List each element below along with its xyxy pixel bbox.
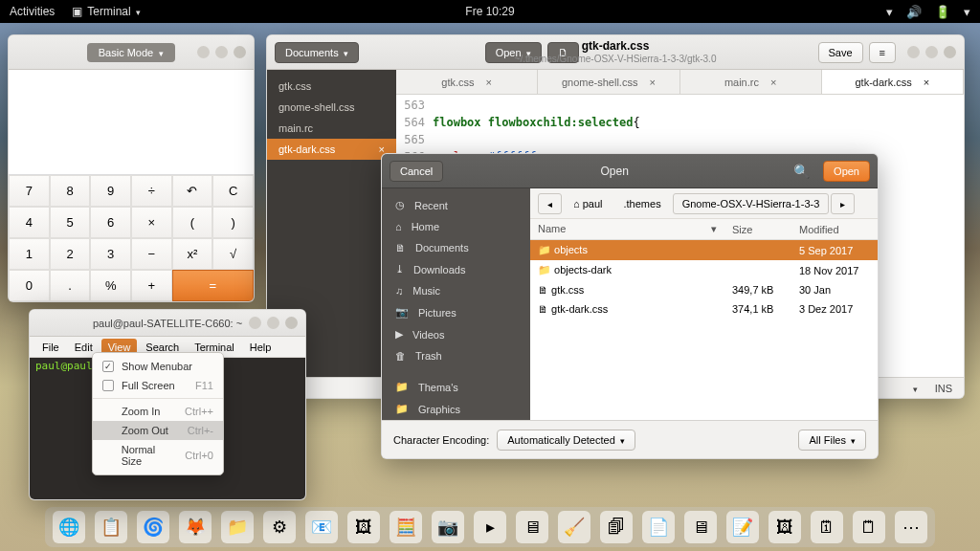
minimize-button[interactable] — [197, 46, 210, 58]
menu-item[interactable]: Zoom InCtrl++ — [93, 402, 223, 421]
col-name[interactable]: Name ▾ — [530, 219, 724, 240]
minimize-button[interactable] — [907, 46, 920, 58]
dock-app[interactable]: ⋯ — [895, 511, 927, 543]
network-icon[interactable]: ▾ — [886, 5, 893, 19]
editor-tab[interactable]: main.rc× — [680, 70, 822, 94]
calc-key[interactable]: 8 — [50, 175, 91, 207]
doclist-item[interactable]: main.rc — [267, 118, 396, 139]
close-icon[interactable]: × — [770, 77, 776, 88]
maximize-button[interactable] — [925, 46, 938, 58]
places-item[interactable]: ◷Recent — [382, 194, 530, 216]
calc-key[interactable]: 9 — [90, 175, 131, 207]
calc-key[interactable]: 1 — [9, 238, 50, 270]
doclist-item[interactable]: gnome-shell.css — [267, 97, 396, 118]
dock-app[interactable]: 📧 — [305, 511, 338, 543]
maximize-button[interactable] — [267, 317, 279, 329]
calc-key[interactable]: 5 — [50, 207, 91, 238]
path-forward[interactable] — [831, 193, 855, 214]
dock-app[interactable]: 🖥 — [516, 511, 548, 543]
dock-app[interactable]: 🦊 — [179, 511, 212, 543]
dock-app[interactable]: 🗒 — [853, 511, 885, 543]
places-item[interactable]: 🗎Documents — [382, 237, 530, 258]
menu-file[interactable]: File — [35, 339, 66, 356]
calc-key[interactable]: 7 — [9, 175, 50, 207]
places-item[interactable]: ⌂Home — [382, 216, 530, 237]
dock-app[interactable]: ⚙ — [263, 511, 296, 543]
path-seg-current[interactable]: Gnome-OSX-V-HSierra-1-3-3 — [673, 193, 830, 214]
cancel-button[interactable]: Cancel — [390, 161, 443, 182]
dock-app[interactable]: 🗐 — [600, 511, 633, 543]
open-confirm-button[interactable]: Open — [823, 161, 870, 182]
file-row[interactable]: 📁 objects5 Sep 2017 — [530, 240, 878, 261]
menu-item[interactable]: Full ScreenF11 — [93, 376, 223, 395]
calc-key[interactable]: . — [50, 270, 91, 301]
editor-tab[interactable]: gnome-shell.css× — [538, 70, 679, 94]
calc-key[interactable]: 4 — [9, 207, 50, 238]
filter-combo[interactable]: All Files — [798, 430, 866, 451]
menu-item[interactable]: ✓Show Menubar — [93, 357, 223, 376]
file-row[interactable]: 🗎 gtk-dark.css374,1 kB3 Dez 2017 — [530, 299, 878, 319]
dock-app[interactable]: 🖼 — [347, 511, 380, 543]
clock[interactable]: Fre 10:29 — [465, 5, 514, 18]
calc-key[interactable]: ÷ — [131, 175, 172, 207]
bookmark-item[interactable]: 📁Graphics — [382, 398, 530, 420]
calc-key[interactable]: ( — [172, 207, 213, 238]
save-button[interactable]: Save — [818, 42, 863, 63]
path-seg[interactable]: .themes — [614, 193, 671, 214]
volume-icon[interactable]: 🔊 — [906, 5, 922, 19]
dock-app[interactable]: 📝 — [726, 511, 759, 543]
close-button[interactable] — [285, 317, 298, 329]
places-item[interactable]: ♫Music — [382, 280, 530, 301]
dock-app[interactable]: 🌀 — [137, 511, 169, 543]
path-back[interactable] — [538, 193, 562, 214]
doclist-item[interactable]: gtk.css — [267, 76, 396, 97]
calc-key[interactable]: 0 — [9, 270, 50, 301]
places-item[interactable]: ⤓Downloads — [382, 258, 530, 280]
dock-app[interactable]: 🧹 — [558, 511, 590, 543]
file-row[interactable]: 🗎 gtk.css349,7 kB30 Jan — [530, 280, 878, 299]
dock-app[interactable]: 📄 — [642, 511, 675, 543]
activities-button[interactable]: Activities — [10, 5, 55, 18]
editor-tab[interactable]: gtk-dark.css× — [822, 70, 964, 94]
documents-button[interactable]: Documents — [275, 42, 359, 63]
doclist-item[interactable]: gtk-dark.css × — [267, 139, 396, 160]
places-item[interactable]: 📷Pictures — [382, 301, 530, 323]
calc-key[interactable]: % — [90, 270, 131, 301]
minimize-button[interactable] — [249, 317, 261, 329]
close-icon[interactable]: × — [486, 77, 492, 88]
maximize-button[interactable] — [215, 46, 228, 58]
search-icon[interactable]: 🔍 — [786, 164, 817, 179]
calc-key[interactable]: C — [212, 175, 254, 207]
dock-app[interactable]: 📋 — [95, 511, 127, 543]
calc-display[interactable] — [9, 70, 254, 175]
encoding-combo[interactable]: Automatically Detected — [497, 430, 635, 451]
calc-key[interactable]: 3 — [90, 238, 131, 270]
dock-app[interactable]: ▸ — [474, 511, 506, 543]
dropdown-icon[interactable] — [913, 383, 918, 394]
hamburger-menu[interactable]: ≡ — [869, 42, 896, 63]
places-item[interactable]: ▶Videos — [382, 323, 530, 345]
calc-key[interactable]: × — [131, 207, 172, 238]
places-item[interactable]: 🗑Trash — [382, 345, 530, 366]
calc-key[interactable]: + — [131, 270, 172, 301]
dock-app[interactable]: 🖼 — [768, 511, 801, 543]
dock-app[interactable]: 🧮 — [390, 511, 422, 543]
calc-key[interactable]: 2 — [50, 238, 91, 270]
calc-key[interactable]: ) — [212, 207, 254, 238]
close-button[interactable] — [944, 46, 956, 58]
dock-app[interactable]: 📷 — [432, 511, 464, 543]
close-icon[interactable]: × — [924, 77, 929, 88]
calc-key[interactable]: − — [131, 238, 172, 270]
calc-key[interactable]: √ — [212, 238, 254, 270]
menu-item[interactable]: Normal SizeCtrl+0 — [93, 440, 223, 471]
calc-key[interactable]: ↶ — [172, 175, 213, 207]
battery-icon[interactable]: 🔋 — [935, 5, 950, 19]
editor-tab[interactable]: gtk.css× — [396, 70, 538, 94]
col-modified[interactable]: Modified — [791, 219, 878, 240]
dock-app[interactable]: 🗓 — [811, 511, 843, 543]
calc-equals[interactable]: = — [172, 270, 254, 301]
calc-key[interactable]: x² — [172, 238, 213, 270]
dock-app[interactable]: 🖥 — [684, 511, 717, 543]
path-home[interactable]: ⌂ paul — [564, 193, 612, 214]
dock-app[interactable]: 🌐 — [53, 511, 85, 543]
